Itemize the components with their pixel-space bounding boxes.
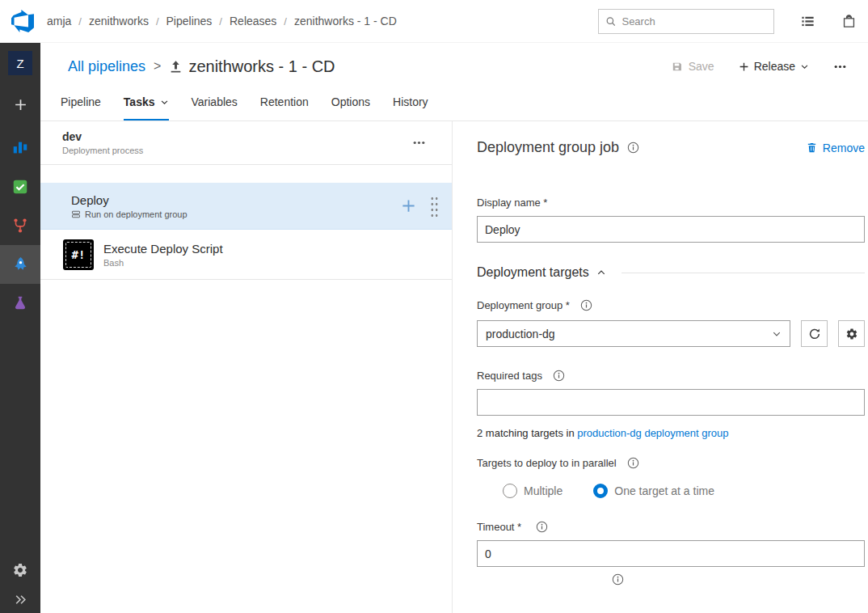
tab-label: History [393,95,428,108]
breadcrumb-item-releases[interactable]: Releases [230,15,276,27]
breadcrumb: amja / zenithworks / Pipelines / Release… [47,15,397,27]
project-avatar[interactable]: Z [8,51,32,75]
job-actions [401,195,439,217]
section-divider [622,273,865,273]
sidebar-item-test-plans[interactable] [0,167,40,206]
tab-tasks[interactable]: Tasks [124,85,169,120]
settings-gear-icon[interactable] [12,562,28,578]
panels: dev Deployment process Deploy Run on dep… [40,120,868,613]
tab-label: Variables [192,95,238,108]
radio-circle-selected [593,484,608,498]
stage-item-dev[interactable]: dev Deployment process [40,121,452,165]
job-title: Deploy [71,193,188,207]
rail-bottom-group [0,562,40,607]
breadcrumb-separator: / [284,15,287,27]
save-button[interactable]: Save [671,60,714,73]
display-name-label: Display name * [477,197,865,209]
breadcrumb-separator: / [156,15,159,27]
more-actions-button[interactable] [833,60,847,74]
tab-options[interactable]: Options [331,85,370,120]
stage-more-button[interactable] [412,136,426,150]
sidebar-item-boards[interactable] [0,129,40,167]
label-text: Targets to deploy to in parallel [477,457,617,469]
deployment-targets-section-header[interactable]: Deployment targets [477,265,865,280]
pipeline-tabs: Pipeline Tasks Variables Retention Optio… [40,85,868,120]
deployment-group-row: production-dg [477,320,865,347]
radio-option-one-target[interactable]: One target at a time [593,484,714,498]
matching-targets-text: 2 matching targets in [477,427,577,439]
display-name-input[interactable] [477,216,865,243]
breadcrumb-item-project[interactable]: zenithworks [89,15,149,27]
deployment-group-link[interactable]: production-dg deployment group [577,427,728,439]
search-icon [605,15,616,27]
info-icon[interactable] [536,521,548,533]
sidebar-item-artifacts[interactable] [0,284,40,323]
info-icon[interactable] [553,370,565,382]
timeout-input[interactable] [477,540,865,567]
section-title: Deployment targets [477,265,589,280]
radio-label: One target at a time [614,484,714,497]
all-pipelines-link[interactable]: All pipelines [68,58,145,75]
plus-icon [739,61,749,72]
drag-handle[interactable] [430,195,439,217]
label-text: Timeout * [477,521,521,533]
task-title: Execute Deploy Script [103,242,223,256]
task-item-execute-deploy-script[interactable]: #! Execute Deploy Script Bash [40,230,452,280]
save-button-label: Save [689,60,714,73]
page-title: zenithworks - 1 - CD [188,57,335,76]
sidebar-item-repos[interactable] [0,206,40,245]
search-input[interactable] [622,15,767,27]
info-icon[interactable] [627,142,639,154]
repos-branch-icon [11,217,29,235]
add-task-button[interactable] [401,198,416,213]
search-box [598,9,774,34]
stage-subtitle: Deployment process [62,146,143,155]
breadcrumb-item-org[interactable]: amja [47,15,71,27]
radio-option-multiple[interactable]: Multiple [503,484,563,498]
required-tags-input[interactable] [477,389,865,416]
refresh-button[interactable] [801,320,828,347]
chevron-down-icon [160,98,169,107]
panel-spacer [40,165,452,183]
sidebar-item-pipelines[interactable] [0,245,40,284]
tab-retention[interactable]: Retention [260,85,309,120]
header-actions: Save Release [671,60,847,74]
expand-rail-icon[interactable] [14,593,27,607]
tab-pipeline[interactable]: Pipeline [61,85,101,120]
info-icon[interactable] [612,573,624,586]
radio-circle [503,484,517,498]
info-icon[interactable] [580,299,592,311]
process-panel: dev Deployment process Deploy Run on dep… [40,121,453,613]
breadcrumb-separator: / [219,15,222,27]
release-pipeline-icon [169,60,183,74]
matching-targets-line: 2 matching targets in production-dg depl… [477,427,865,439]
job-details-panel: Deployment group job Remove Display name… [453,121,868,613]
job-subtitle: Run on deployment group [85,209,188,219]
task-subtitle: Bash [103,258,223,268]
tab-label: Tasks [124,95,155,108]
artifacts-flask-icon [11,294,29,312]
label-text: Deployment group * [477,299,570,311]
tab-history[interactable]: History [393,85,428,120]
release-button-label: Release [754,60,795,73]
test-plans-icon [11,178,29,196]
azure-devops-logo[interactable] [11,10,34,32]
required-tags-label: Required tags [477,370,865,382]
remove-job-button[interactable]: Remove [806,142,865,154]
create-release-button[interactable]: Release [739,60,809,73]
job-item-deploy[interactable]: Deploy Run on deployment group [40,183,452,230]
remove-label: Remove [823,142,865,154]
breadcrumb-item-current[interactable]: zenithworks - 1 - CD [294,15,397,27]
label-text: Display name * [477,197,547,209]
label-text: Required tags [477,370,542,382]
info-icon[interactable] [627,457,639,469]
marketplace-bag-icon[interactable] [841,14,857,29]
detail-header: Deployment group job Remove [477,139,865,156]
new-item-button[interactable] [0,88,40,120]
work-items-list-icon[interactable] [800,14,815,29]
manage-gear-button[interactable] [838,320,865,347]
tab-label: Pipeline [61,95,101,108]
tab-variables[interactable]: Variables [192,85,238,120]
deployment-group-dropdown[interactable]: production-dg [477,320,790,347]
breadcrumb-item-pipelines[interactable]: Pipelines [166,15,213,27]
